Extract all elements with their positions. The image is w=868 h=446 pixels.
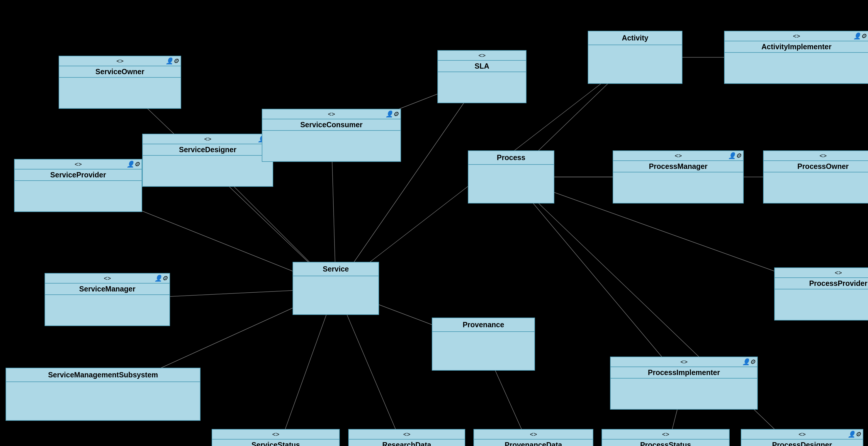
ProcessDesigner-stereotype: <> 👤⚙: [741, 429, 863, 440]
ProcessProvider-stereotype: <> 👤⚙: [775, 268, 868, 278]
ResearchData-box: <> ResearchData: [348, 429, 465, 446]
Provenance-label: Provenance: [432, 318, 534, 332]
ProcessOwner-stereotype: <> 👤⚙: [764, 151, 868, 161]
ProcessManager-stereotype: <> 👤⚙: [613, 151, 743, 161]
ActivityImplementer-box: <> 👤⚙ ActivityImplementer: [724, 31, 868, 84]
ServiceDesigner-stereotype: <> 👤⚙: [143, 134, 273, 144]
ResearchData-stereotype: <>: [349, 429, 465, 440]
ProcessImplementer-agent-icon: 👤⚙: [742, 358, 755, 365]
ActivityImplementer-name: ActivityImplementer: [725, 41, 868, 53]
Service-label: Service: [293, 262, 378, 276]
ServiceManager-agent-icon: 👤⚙: [154, 275, 168, 282]
ServiceStatus-stereotype: <>: [212, 429, 339, 440]
ServiceOwner-agent-icon: 👤⚙: [166, 57, 179, 64]
ServiceProvider-stereotype: <> 👤⚙: [14, 159, 142, 170]
SLA-stereotype: <>: [438, 51, 526, 61]
ProcessOwner-box: <> 👤⚙ ProcessOwner: [763, 150, 868, 204]
SLA-box: <> SLA: [437, 50, 526, 103]
ProcessDesigner-agent-icon: 👤⚙: [848, 431, 861, 438]
ServiceProvider-box: <> 👤⚙ ServiceProvider: [14, 159, 142, 212]
ServiceManager-name: ServiceManager: [45, 284, 169, 295]
ServiceOwner-name: ServiceOwner: [59, 66, 181, 78]
ServiceManager-stereotype: <> 👤⚙: [45, 274, 169, 284]
ProcessManager-agent-icon: 👤⚙: [728, 152, 741, 159]
ProvenanceData-stereotype: <>: [474, 429, 593, 440]
ProcessProvider-box: <> 👤⚙ ProcessProvider: [774, 267, 868, 321]
ServiceManager-box: <> 👤⚙ ServiceManager: [44, 273, 170, 326]
ServiceProvider-name: ServiceProvider: [14, 170, 142, 181]
ProvenanceData-box: <> ProvenanceData: [473, 429, 593, 446]
ServiceOwner-box: <> 👤⚙ ServiceOwner: [59, 56, 181, 109]
ServiceDesigner-box: <> 👤⚙ ServiceDesigner: [142, 134, 273, 187]
Process-label: Process: [468, 151, 554, 165]
ServiceManagementSubsystem-label: ServiceManagementSubsystem: [6, 368, 200, 382]
ResearchData-name: ResearchData: [349, 440, 465, 446]
ActivityImplementer-agent-icon: 👤⚙: [854, 33, 867, 39]
Service-box: Service: [292, 262, 379, 315]
ServiceConsumer-agent-icon: 👤⚙: [385, 111, 399, 118]
ProcessDesigner-box: <> 👤⚙ ProcessDesigner: [741, 429, 863, 446]
Provenance-box: Provenance: [432, 318, 535, 370]
ProcessDesigner-name: ProcessDesigner: [741, 440, 863, 446]
ProcessOwner-name: ProcessOwner: [764, 161, 868, 172]
ServiceConsumer-name: ServiceConsumer: [262, 119, 400, 131]
ProcessStatus-name: ProcessStatus: [602, 440, 729, 446]
ServiceStatus-box: <> ServiceStatus: [212, 429, 340, 446]
ProvenanceData-name: ProvenanceData: [474, 440, 593, 446]
Activity-label: Activity: [588, 31, 682, 45]
ProcessImplementer-name: ProcessImplementer: [611, 367, 757, 379]
ActivityImplementer-stereotype: <> 👤⚙: [725, 31, 868, 41]
ProcessImplementer-box: <> 👤⚙ ProcessImplementer: [610, 357, 758, 410]
ProcessImplementer-stereotype: <> 👤⚙: [611, 357, 757, 367]
SLA-name: SLA: [438, 61, 526, 72]
ServiceProvider-agent-icon: 👤⚙: [127, 161, 140, 168]
ServiceOwner-stereotype: <> 👤⚙: [59, 56, 181, 66]
ProcessManager-name: ProcessManager: [613, 161, 743, 172]
ProcessStatus-stereotype: <>: [602, 429, 729, 440]
Activity-box: Activity: [588, 31, 682, 84]
Process-box: Process: [468, 150, 554, 204]
ProcessStatus-box: <> ProcessStatus: [601, 429, 730, 446]
ServiceStatus-name: ServiceStatus: [212, 440, 339, 446]
ServiceDesigner-name: ServiceDesigner: [143, 144, 273, 156]
ProcessProvider-name: ProcessProvider: [775, 278, 868, 290]
ServiceManagementSubsystem-box: ServiceManagementSubsystem: [6, 368, 200, 421]
ServiceConsumer-stereotype: <> 👤⚙: [262, 109, 400, 119]
ServiceConsumer-box: <> 👤⚙ ServiceConsumer: [262, 109, 401, 162]
ProcessManager-box: <> 👤⚙ ProcessManager: [613, 150, 744, 204]
